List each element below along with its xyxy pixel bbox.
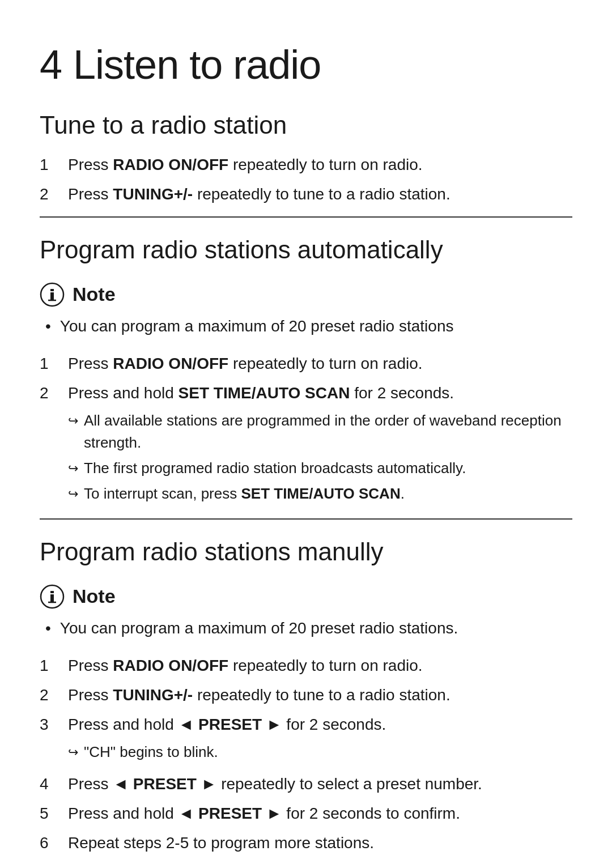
step-text: Press RADIO ON/OFF repeatedly to turn on… xyxy=(68,352,572,376)
manual-step-2: 2 Press TUNING+/- repeatedly to tune to … xyxy=(40,683,572,707)
step-number: 5 xyxy=(40,802,68,826)
manual-step-1: 1 Press RADIO ON/OFF repeatedly to turn … xyxy=(40,654,572,678)
step-text: Press ◄ PRESET ► repeatedly to select a … xyxy=(68,772,572,796)
section-manual-title: Program radio stations manully xyxy=(40,533,572,571)
arrow-icon: ↪ xyxy=(68,411,78,430)
section-program-manual: Program radio stations manully Note You … xyxy=(40,533,572,855)
sub-bullets: ↪ All available stations are programmed … xyxy=(68,410,572,505)
auto-steps-list: 1 Press RADIO ON/OFF repeatedly to turn … xyxy=(40,352,572,508)
sub-bullet-item: ↪ To interrupt scan, press SET TIME/AUTO… xyxy=(68,483,572,505)
step-text: Press TUNING+/- repeatedly to tune to a … xyxy=(68,182,572,206)
tune-step-2: 2 Press TUNING+/- repeatedly to tune to … xyxy=(40,182,572,206)
tune-steps-list: 1 Press RADIO ON/OFF repeatedly to turn … xyxy=(40,153,572,206)
step-number: 1 xyxy=(40,153,68,177)
section-tune: Tune to a radio station 1 Press RADIO ON… xyxy=(40,107,572,206)
section-program-auto: Program radio stations automatically Not… xyxy=(40,231,572,508)
title-text: Listen to radio xyxy=(73,42,321,87)
chapter-number: 4 xyxy=(40,42,62,87)
note-bullet-item: You can program a maximum of 20 preset r… xyxy=(45,616,572,640)
arrow-icon: ↪ xyxy=(68,484,78,503)
note-box-manual: Note You can program a maximum of 20 pre… xyxy=(40,582,572,640)
manual-step-6: 6 Repeat steps 2-5 to program more stati… xyxy=(40,831,572,855)
manual-step-5: 5 Press and hold ◄ PRESET ► for 2 second… xyxy=(40,802,572,826)
svg-rect-2 xyxy=(50,292,54,300)
arrow-icon: ↪ xyxy=(68,459,78,478)
note-header: Note xyxy=(40,280,572,309)
note-icon-manual xyxy=(40,584,65,609)
tune-step-1: 1 Press RADIO ON/OFF repeatedly to turn … xyxy=(40,153,572,177)
note-header-manual: Note xyxy=(40,582,572,611)
auto-step-2: 2 Press and hold SET TIME/AUTO SCAN for … xyxy=(40,381,572,508)
note-bullets-manual: You can program a maximum of 20 preset r… xyxy=(45,616,572,640)
manual-steps-list: 1 Press RADIO ON/OFF repeatedly to turn … xyxy=(40,654,572,855)
step-text: Press and hold SET TIME/AUTO SCAN for 2 … xyxy=(68,381,572,508)
step-text: Press and hold ◄ PRESET ► for 2 seconds … xyxy=(68,802,572,826)
manual-step-3: 3 Press and hold ◄ PRESET ► for 2 second… xyxy=(40,713,572,767)
step-number: 1 xyxy=(40,654,68,678)
step-number: 2 xyxy=(40,182,68,206)
step-number: 2 xyxy=(40,381,68,405)
svg-rect-7 xyxy=(50,591,54,593)
note-icon xyxy=(40,282,65,307)
bullet-text: You can program a maximum of 20 preset r… xyxy=(60,616,458,640)
section-auto-title: Program radio stations automatically xyxy=(40,231,572,269)
step-text: Press RADIO ON/OFF repeatedly to turn on… xyxy=(68,654,572,678)
section-divider xyxy=(40,216,572,218)
note-label-manual: Note xyxy=(73,582,116,611)
step-number: 2 xyxy=(40,683,68,707)
page-title: 4Listen to radio xyxy=(40,34,572,95)
step-number: 6 xyxy=(40,831,68,855)
sub-bullet-text: The first programed radio station broadc… xyxy=(84,457,466,479)
svg-rect-3 xyxy=(50,289,54,291)
sub-bullets-3: ↪ "CH" begins to blink. xyxy=(68,741,572,763)
step-number: 3 xyxy=(40,713,68,737)
section-tune-title: Tune to a radio station xyxy=(40,107,572,144)
svg-rect-6 xyxy=(50,594,54,602)
manual-step-4: 4 Press ◄ PRESET ► repeatedly to select … xyxy=(40,772,572,796)
sub-bullet-text: All available stations are programmed in… xyxy=(84,410,572,454)
section-divider-2 xyxy=(40,518,572,520)
note-bullet-item: You can program a maximum of 20 preset r… xyxy=(45,314,572,338)
step-text: Press RADIO ON/OFF repeatedly to turn on… xyxy=(68,153,572,177)
sub-bullet-item: ↪ The first programed radio station broa… xyxy=(68,457,572,479)
sub-bullet-item: ↪ "CH" begins to blink. xyxy=(68,741,572,763)
note-label: Note xyxy=(73,280,116,309)
step-text: Repeat steps 2-5 to program more station… xyxy=(68,831,572,855)
note-box-auto: Note You can program a maximum of 20 pre… xyxy=(40,280,572,338)
sub-bullet-item: ↪ All available stations are programmed … xyxy=(68,410,572,454)
arrow-icon: ↪ xyxy=(68,743,78,761)
step-number: 1 xyxy=(40,352,68,376)
step-text: Press TUNING+/- repeatedly to tune to a … xyxy=(68,683,572,707)
note-bullets-auto: You can program a maximum of 20 preset r… xyxy=(45,314,572,338)
step-text: Press and hold ◄ PRESET ► for 2 seconds.… xyxy=(68,713,572,767)
sub-bullet-text: To interrupt scan, press SET TIME/AUTO S… xyxy=(84,483,405,505)
step-number: 4 xyxy=(40,772,68,796)
sub-bullet-text: "CH" begins to blink. xyxy=(84,741,218,763)
bullet-text: You can program a maximum of 20 preset r… xyxy=(60,314,454,338)
auto-step-1: 1 Press RADIO ON/OFF repeatedly to turn … xyxy=(40,352,572,376)
